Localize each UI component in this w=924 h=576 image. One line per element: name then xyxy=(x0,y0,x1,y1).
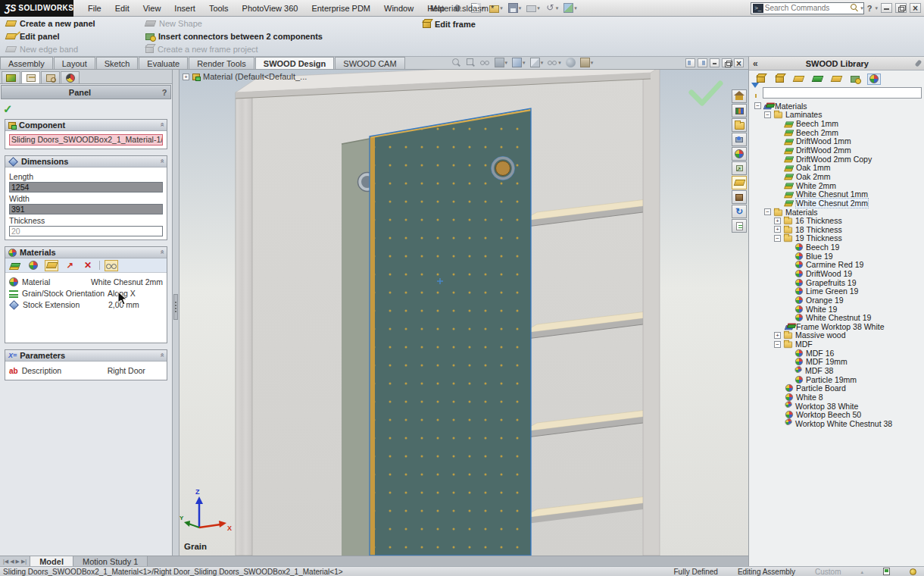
dropdown-caret-icon[interactable]: ▾ xyxy=(541,60,544,65)
undo-button[interactable]: ↺▾ xyxy=(544,2,560,14)
tab-sketch[interactable]: Sketch xyxy=(96,57,139,69)
apply-scene-button[interactable]: ▾ xyxy=(580,58,594,67)
menu-enterprise-pdm[interactable]: Enterprise PDM xyxy=(304,2,377,15)
collapse-chevron-icon[interactable]: » xyxy=(158,160,166,163)
library-panel-button[interactable] xyxy=(791,74,805,85)
pm-tab-swood-box[interactable] xyxy=(2,71,20,83)
display-style-button[interactable]: ▾ xyxy=(530,58,544,67)
tree-item-materials[interactable]: −Materials xyxy=(749,208,924,217)
library-filter-input[interactable] xyxy=(763,87,922,99)
tree-item-laminates[interactable]: −Laminates xyxy=(749,111,924,120)
search-scope-icon[interactable]: >_ xyxy=(753,4,763,13)
tree-item-oak-2mm[interactable]: Oak 2mm xyxy=(749,172,924,181)
library-box-button[interactable] xyxy=(773,74,786,85)
collapse-icon[interactable]: − xyxy=(774,341,781,348)
library-materials-wheel-button[interactable] xyxy=(867,74,881,85)
search-icon[interactable] xyxy=(851,4,859,12)
material-wheel-button[interactable] xyxy=(27,260,40,271)
tree-item-worktop-white-chestnut-38[interactable]: Worktop White Chestnut 38 xyxy=(749,419,924,428)
tree-item-beech-19[interactable]: Beech 19 xyxy=(749,243,924,252)
tab-layout[interactable]: Layout xyxy=(54,57,95,69)
tab-scroll-end-icon[interactable]: ▶| xyxy=(21,559,27,565)
create-a-new-panel-button[interactable]: Create a new panel xyxy=(3,17,117,30)
materials-group-header[interactable]: Materials » xyxy=(5,247,167,258)
expand-icon[interactable]: + xyxy=(774,332,781,339)
collapse-icon[interactable]: − xyxy=(754,102,761,109)
tree-item-worktop-38-white[interactable]: Worktop 38 White xyxy=(749,402,924,411)
tree-item-particle-19mm[interactable]: Particle 19mm xyxy=(749,375,924,384)
tree-item-white-chestnut-19[interactable]: White Chestnut 19 xyxy=(749,313,924,322)
menu-tools[interactable]: Tools xyxy=(202,2,236,15)
library-connector-button[interactable] xyxy=(848,74,862,85)
tree-item-driftwood-2mm-copy[interactable]: DriftWood 2mm Copy xyxy=(749,155,924,164)
tree-item-driftwood-1mm[interactable]: DriftWood 1mm xyxy=(749,137,924,146)
open-button[interactable]: ▾ xyxy=(488,2,504,14)
zoom-fit-button[interactable] xyxy=(451,58,461,67)
dropdown-caret-icon[interactable]: ▾ xyxy=(591,60,594,65)
pane-left-icon[interactable] xyxy=(685,58,695,67)
pane-right-icon[interactable] xyxy=(698,58,707,67)
tab-model[interactable]: Model xyxy=(30,556,73,566)
cabinet-left-panel[interactable] xyxy=(236,88,252,556)
tree-item-mdf-38[interactable]: MDF 38 xyxy=(749,366,924,375)
view-settings-button[interactable] xyxy=(480,58,490,67)
save-button[interactable]: ▾ xyxy=(507,2,523,14)
help-dropdown-icon[interactable]: ▾ xyxy=(875,5,878,11)
tree-item-grapefruits-19[interactable]: Grapefruits 19 xyxy=(749,278,924,287)
minimize-button[interactable] xyxy=(881,3,892,13)
dropdown-caret-icon[interactable]: ▾ xyxy=(500,5,503,11)
menu-photoview-360[interactable]: PhotoView 360 xyxy=(236,2,305,15)
tree-item-mdf-16[interactable]: MDF 16 xyxy=(749,349,924,358)
menu-file[interactable]: File xyxy=(81,2,108,15)
expand-icon[interactable]: + xyxy=(774,226,781,233)
menu-window[interactable]: Window xyxy=(377,2,420,15)
tree-item-blue-19[interactable]: Blue 19 xyxy=(749,252,924,261)
materials-button[interactable] xyxy=(732,147,747,161)
width-field[interactable] xyxy=(9,204,163,214)
ok-check-button[interactable]: ✓ xyxy=(3,102,13,115)
collapse-icon[interactable]: − xyxy=(764,208,771,215)
door-handle[interactable] xyxy=(496,161,510,176)
material-value[interactable]: White Chesnut 2mm xyxy=(91,277,163,286)
tree-item-particle-board[interactable]: Particle Board xyxy=(749,384,924,393)
dropdown-caret-icon[interactable]: ▾ xyxy=(556,5,559,11)
report-button[interactable] xyxy=(732,219,747,233)
machining-button[interactable] xyxy=(732,190,747,204)
status-dropdown-icon[interactable]: ▴ xyxy=(860,569,863,574)
tab-scroll-start-icon[interactable]: |◀ xyxy=(3,559,8,565)
minimize-icon[interactable] xyxy=(710,58,720,67)
tree-item-16-thickness[interactable]: +16 Thickness xyxy=(749,216,924,225)
laminate-green-button[interactable] xyxy=(8,260,22,271)
tree-item-white-19[interactable]: White 19 xyxy=(749,305,924,314)
menu-view[interactable]: View xyxy=(136,2,168,15)
tree-item-18-thickness[interactable]: +18 Thickness xyxy=(749,225,924,234)
tree-item-massive-wood[interactable]: +Massive wood xyxy=(749,331,924,340)
delete-x-button[interactable]: ✕ xyxy=(81,260,95,271)
pm-tab-configuration[interactable] xyxy=(41,71,60,83)
insert-connectors-between-2-components-button[interactable]: Insert connectors between 2 components xyxy=(142,30,347,43)
picture-button[interactable]: ▾ xyxy=(562,2,579,14)
section-view-button[interactable]: ▾ xyxy=(495,57,508,67)
feature-tree-overlay[interactable]: + Material (Default<Default_... xyxy=(183,72,307,81)
splitter-grip[interactable] xyxy=(173,294,178,320)
dropdown-caret-icon[interactable]: ▾ xyxy=(537,5,540,11)
grain-stock-orientation-value[interactable]: Along X xyxy=(108,289,136,298)
menu-edit[interactable]: Edit xyxy=(108,2,136,15)
search-commands-box[interactable]: >_ ▾ xyxy=(751,2,864,14)
tree-item-driftwood-2mm[interactable]: DriftWood 2mm xyxy=(749,146,924,155)
new-document-button[interactable]: ▾ xyxy=(470,2,486,14)
apply-arrow-button[interactable]: ↗ xyxy=(63,260,76,271)
thickness-field[interactable] xyxy=(9,226,163,236)
panel-button[interactable] xyxy=(732,176,747,189)
tree-item-carmine-red-19[interactable]: Carmine Red 19 xyxy=(749,261,924,270)
tab-render-tools[interactable]: Render Tools xyxy=(189,57,254,69)
stock-extension-value[interactable]: 2,00 mm xyxy=(108,300,139,309)
sync-button[interactable]: ↻ xyxy=(732,205,747,218)
tab-swood-design[interactable]: SWOOD Design xyxy=(255,57,335,69)
pm-tab-property-manager[interactable] xyxy=(21,71,40,83)
tab-assembly[interactable]: Assembly xyxy=(0,57,53,69)
tab-scroll-arrows[interactable]: |◀ ◀ ▶ ▶| xyxy=(0,556,30,566)
tree-item-driftwood-19[interactable]: DriftWood 19 xyxy=(749,269,924,278)
collapse-chevron-icon[interactable]: » xyxy=(158,124,166,127)
help-icon[interactable]: ? xyxy=(867,4,872,13)
